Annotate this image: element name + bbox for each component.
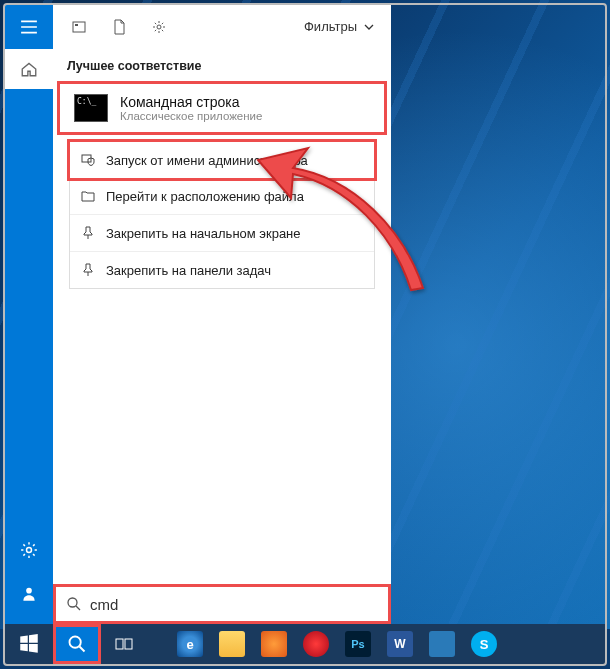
context-open-location[interactable]: Перейти к расположению файла xyxy=(70,178,374,215)
context-item-label: Закрепить на панели задач xyxy=(106,263,271,278)
start-button[interactable] xyxy=(5,624,53,664)
search-input[interactable] xyxy=(90,596,378,613)
svg-point-0 xyxy=(27,548,32,553)
taskbar-search-button[interactable] xyxy=(53,624,101,664)
taskbar-app-explorer[interactable] xyxy=(211,624,253,664)
context-pin-start[interactable]: Закрепить на начальном экране xyxy=(70,215,374,252)
app-icon xyxy=(429,631,455,657)
context-item-label: Перейти к расположению файла xyxy=(106,189,304,204)
chevron-down-icon xyxy=(363,21,375,33)
svg-rect-2 xyxy=(73,22,85,32)
home-button[interactable] xyxy=(5,49,53,89)
context-item-label: Закрепить на начальном экране xyxy=(106,226,301,241)
svg-point-6 xyxy=(68,598,77,607)
firefox-icon xyxy=(261,631,287,657)
svg-rect-3 xyxy=(75,24,78,26)
photoshop-icon: Ps xyxy=(345,631,371,657)
documents-filter-button[interactable] xyxy=(101,9,137,45)
document-icon xyxy=(111,19,127,35)
filters-dropdown[interactable]: Фильтры xyxy=(296,13,383,40)
account-button[interactable] xyxy=(5,572,53,616)
opera-icon xyxy=(303,631,329,657)
context-pin-taskbar[interactable]: Закрепить на панели задач xyxy=(70,252,374,288)
settings-button[interactable] xyxy=(5,528,53,572)
task-view-icon xyxy=(115,634,135,654)
folder-icon xyxy=(219,631,245,657)
taskbar-app-photoshop[interactable]: Ps xyxy=(337,624,379,664)
word-icon: W xyxy=(387,631,413,657)
person-icon xyxy=(20,585,38,603)
taskbar: e Ps W S xyxy=(5,624,605,664)
start-left-rail xyxy=(5,5,53,624)
folder-location-icon xyxy=(80,188,96,204)
gear-icon xyxy=(20,541,38,559)
pin-start-icon xyxy=(80,225,96,241)
cmd-prompt-icon xyxy=(74,94,108,122)
context-run-as-admin[interactable]: Запуск от имени администратора xyxy=(67,139,377,181)
svg-point-7 xyxy=(70,637,81,648)
home-icon xyxy=(20,60,38,78)
edge-icon: e xyxy=(177,631,203,657)
search-icon xyxy=(66,596,82,612)
taskbar-app-word[interactable]: W xyxy=(379,624,421,664)
skype-icon: S xyxy=(471,631,497,657)
taskbar-app-generic[interactable] xyxy=(421,624,463,664)
search-box-container xyxy=(53,584,391,624)
taskbar-app-edge[interactable]: e xyxy=(169,624,211,664)
search-results-panel: Фильтры Лучшее соответствие Командная ст… xyxy=(53,5,391,584)
taskbar-app-opera[interactable] xyxy=(295,624,337,664)
context-menu: Запуск от имени администратора Перейти к… xyxy=(69,141,375,289)
svg-point-1 xyxy=(26,588,32,594)
svg-rect-9 xyxy=(125,639,132,649)
panel-toolbar: Фильтры xyxy=(53,5,391,49)
result-title: Командная строка xyxy=(120,94,262,110)
best-match-result[interactable]: Командная строка Классическое приложение xyxy=(57,81,387,135)
gear-icon xyxy=(151,19,167,35)
svg-point-4 xyxy=(157,25,161,29)
task-view-button[interactable] xyxy=(101,624,149,664)
settings-filter-button[interactable] xyxy=(141,9,177,45)
taskbar-app-skype[interactable]: S xyxy=(463,624,505,664)
result-subtitle: Классическое приложение xyxy=(120,110,262,122)
hamburger-icon xyxy=(20,18,38,36)
hamburger-menu-button[interactable] xyxy=(5,5,53,49)
context-item-label: Запуск от имени администратора xyxy=(106,153,308,168)
windows-logo-icon xyxy=(19,634,39,654)
svg-rect-8 xyxy=(116,639,123,649)
best-match-section-label: Лучшее соответствие xyxy=(53,49,391,79)
apps-filter-button[interactable] xyxy=(61,9,97,45)
shield-admin-icon xyxy=(80,152,96,168)
pin-taskbar-icon xyxy=(80,262,96,278)
search-box[interactable] xyxy=(56,587,388,621)
apps-icon xyxy=(71,19,87,35)
taskbar-app-firefox[interactable] xyxy=(253,624,295,664)
search-icon xyxy=(67,634,87,654)
filters-label: Фильтры xyxy=(304,19,357,34)
